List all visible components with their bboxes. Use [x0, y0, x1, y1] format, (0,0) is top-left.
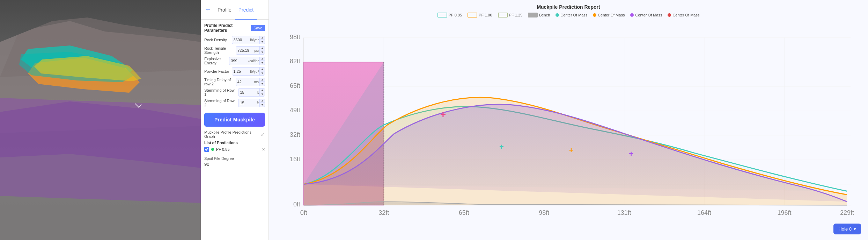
spinner-down-5[interactable]: ▼ [260, 92, 265, 97]
svg-text:82ft: 82ft [290, 58, 300, 65]
legend-label-1: PF 1.00 [479, 13, 492, 17]
svg-text:32ft: 32ft [378, 209, 389, 216]
legend-label-0: PF 0.85 [449, 13, 462, 17]
legend-item-4: Center Of Mass [556, 13, 587, 17]
field-unit-2: kcal/lb³ [247, 59, 259, 63]
svg-text:+: + [440, 109, 446, 120]
spinner-up-0[interactable]: ▲ [260, 36, 265, 40]
legend-label-3: Bench [539, 13, 550, 17]
form-row-6: Stemming of Row 2 ft ▲ ▼ [204, 99, 265, 107]
field-input-wrap-5: ft ▲ ▼ [238, 88, 265, 97]
spinner-up-5[interactable]: ▲ [260, 88, 265, 92]
field-unit-4: ms [253, 80, 259, 84]
spinner-up-2[interactable]: ▲ [260, 57, 265, 61]
svg-text:+: + [569, 146, 574, 155]
field-input-3[interactable] [232, 69, 250, 73]
hole-selector-button[interactable]: Hole 0 ▾ [833, 224, 861, 234]
form-row-5: Stemming of Row 1 ft ▲ ▼ [204, 88, 265, 97]
field-input-wrap-0: lb/yd³ ▲ ▼ [232, 36, 265, 44]
spinner-up-1[interactable]: ▲ [260, 46, 265, 50]
legend-dot-7 [668, 13, 671, 17]
terrain-3d-view [0, 0, 201, 240]
field-input-0[interactable] [232, 38, 250, 42]
pred-close-0[interactable]: ✕ [262, 147, 265, 152]
form-rows: Rock Density lb/yd³ ▲ ▼ Rock Tensile Str… [204, 36, 265, 107]
field-label-2: Explosive Energy [204, 57, 229, 65]
field-spinners-6: ▲ ▼ [259, 99, 265, 107]
legend-label-4: Center Of Mass [560, 13, 587, 17]
field-spinners-4: ▲ ▼ [259, 78, 265, 86]
spinner-up-4[interactable]: ▲ [260, 78, 265, 82]
back-button[interactable]: ← [204, 5, 213, 15]
svg-text:0ft: 0ft [300, 209, 307, 216]
legend-label-7: Center Of Mass [672, 13, 699, 17]
svg-text:196ft: 196ft [778, 209, 792, 216]
spinner-down-6[interactable]: ▼ [260, 103, 265, 107]
svg-text:229ft: 229ft [840, 209, 854, 216]
chart-title: Muckpile Prediction Report [269, 0, 868, 11]
legend-dot-5 [593, 13, 596, 17]
legend-item-2: PF 1.25 [498, 13, 523, 17]
legend-item-0: PF 0.85 [437, 13, 462, 17]
field-input-4[interactable] [236, 80, 253, 84]
save-button[interactable]: Save [251, 25, 265, 31]
field-input-2[interactable] [229, 59, 247, 63]
legend-swatch-3 [528, 13, 538, 17]
spinner-down-0[interactable]: ▼ [260, 40, 265, 44]
panel-content: Profile Predict Parameters Save Rock Den… [201, 20, 269, 240]
legend-swatch-0 [437, 13, 447, 17]
spinner-up-3[interactable]: ▲ [260, 67, 265, 71]
prediction-item-0: PF 0.85 ✕ [204, 147, 265, 152]
field-label-0: Rock Density [204, 38, 232, 42]
spinner-down-2[interactable]: ▼ [260, 61, 265, 65]
predictions-list-title: List of Predictions [204, 141, 265, 145]
legend-dot-6 [630, 13, 634, 17]
field-label-5: Stemming of Row 1 [204, 88, 238, 97]
spoil-section: Spoil Pile Degree 90 [204, 154, 265, 167]
svg-text:32ft: 32ft [290, 131, 300, 138]
spinner-down-4[interactable]: ▼ [260, 82, 265, 86]
pred-checkbox-0[interactable] [204, 147, 209, 152]
field-label-4: Timing Delay of row 2 [204, 78, 236, 86]
field-input-wrap-2: kcal/lb³ ▲ ▼ [229, 57, 265, 65]
field-spinners-3: ▲ ▼ [259, 67, 265, 76]
svg-text:+: + [499, 142, 504, 151]
field-input-1[interactable] [236, 48, 253, 52]
form-row-4: Timing Delay of row 2 ms ▲ ▼ [204, 78, 265, 86]
legend-item-3: Bench [528, 13, 550, 17]
tab-predict[interactable]: Predict [235, 0, 257, 20]
svg-text:65ft: 65ft [459, 209, 469, 216]
tab-profile[interactable]: Profile [214, 0, 235, 20]
section-header: Profile Predict Parameters Save [204, 23, 265, 33]
svg-text:16ft: 16ft [290, 156, 300, 163]
predict-muckpile-button[interactable]: Predict Muckpile [204, 113, 265, 127]
field-unit-1: psi [253, 49, 259, 52]
form-row-1: Rock Tensile Strength psi ▲ ▼ [204, 46, 265, 55]
field-label-3: Powder Factor [204, 69, 232, 73]
field-input-wrap-4: ms ▲ ▼ [236, 78, 265, 86]
chart-area: 98ft 82ft 65ft 49ft 32ft 16ft 0ft 0ft 32… [276, 20, 861, 237]
spoil-label: Spoil Pile Degree [204, 156, 265, 161]
expand-icon[interactable]: ⤢ [261, 132, 265, 137]
pred-label-0: PF 0.85 [216, 147, 260, 151]
pred-dot-0 [211, 148, 214, 151]
field-input-wrap-6: ft ▲ ▼ [238, 99, 265, 107]
field-input-5[interactable] [238, 90, 256, 94]
svg-text:49ft: 49ft [290, 107, 300, 114]
field-input-wrap-1: psi ▲ ▼ [236, 46, 265, 55]
spinner-up-6[interactable]: ▲ [260, 99, 265, 103]
chart-panel: Muckpile Prediction Report PF 0.85PF 1.0… [269, 0, 868, 240]
legend-swatch-1 [468, 13, 477, 17]
spinner-down-1[interactable]: ▼ [260, 50, 265, 55]
svg-text:164ft: 164ft [697, 209, 711, 216]
field-input-6[interactable] [238, 101, 256, 105]
graph-header: Muckpile Profile Predictions Graph ⤢ [204, 130, 265, 139]
chart-legend: PF 0.85PF 1.00PF 1.25BenchCenter Of Mass… [269, 11, 868, 20]
form-row-3: Powder Factor lb/yd³ ▲ ▼ [204, 67, 265, 76]
form-row-2: Explosive Energy kcal/lb³ ▲ ▼ [204, 57, 265, 65]
section-title: Profile Predict Parameters [204, 23, 251, 33]
field-input-wrap-3: lb/yd³ ▲ ▼ [232, 67, 265, 76]
chevron-down-icon: ▾ [854, 226, 856, 232]
spinner-down-3[interactable]: ▼ [260, 71, 265, 76]
predictions-list: PF 0.85 ✕ [204, 147, 265, 152]
